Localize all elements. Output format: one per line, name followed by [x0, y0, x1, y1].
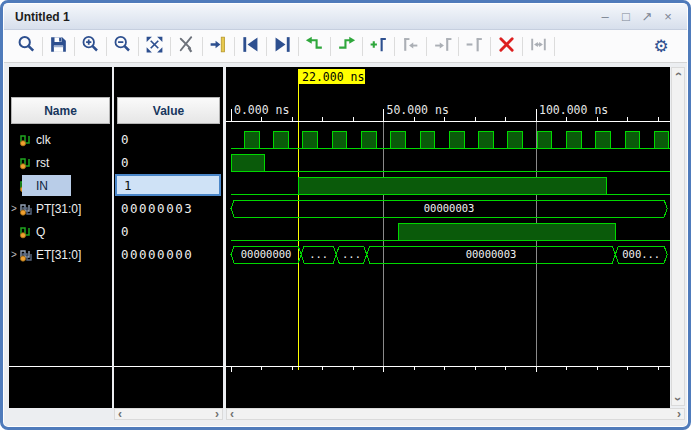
toolbar-separator [234, 37, 235, 56]
swap-cursors-button[interactable] [525, 33, 552, 59]
wave-high-segment[interactable] [332, 131, 347, 148]
toolbar-separator [138, 37, 139, 56]
wave-high-segment[interactable] [420, 131, 435, 148]
signal-value: 0 [114, 155, 130, 170]
signal-row-clk[interactable]: clk [9, 128, 112, 151]
settings-button[interactable]: ⚙ [647, 33, 675, 59]
ruler-tick-label: 100.000 ns [539, 103, 608, 117]
wave-high-segment[interactable] [298, 177, 606, 194]
toolbar-separator [298, 37, 299, 56]
scalar-signal-icon [19, 225, 33, 239]
signal-name: PT[31:0] [36, 202, 81, 216]
edge-prev-icon [304, 34, 325, 59]
signal-row-rst[interactable]: rst [9, 151, 112, 174]
signal-value-row-Q[interactable]: 0 [114, 220, 223, 243]
toolbar-separator [362, 37, 363, 56]
expander-icon[interactable]: > [9, 203, 19, 214]
scroll-right-icon[interactable]: › [212, 408, 222, 420]
zoom-in-button[interactable] [77, 33, 104, 59]
cursor-time-label: 22.000 ns [302, 70, 364, 84]
wave-high-segment[interactable] [479, 131, 494, 148]
wave-high-segment[interactable] [244, 131, 259, 148]
close-button[interactable]: × [660, 9, 676, 25]
ruler-tick-label: 0.000 ns [234, 103, 289, 117]
wave-high-segment[interactable] [654, 131, 669, 148]
bus-value-label: 000... [622, 248, 660, 260]
next-transition-button[interactable] [269, 33, 296, 59]
toolbar-separator [554, 37, 555, 56]
prev-transition-icon [240, 34, 261, 59]
remove-cursor-button[interactable] [173, 33, 200, 59]
value-horizontal-scrollbar[interactable]: ‹ › [114, 408, 223, 420]
signal-name: Q [36, 225, 45, 239]
zoom-fit-button[interactable] [141, 33, 168, 59]
signal-name: ET[31:0] [36, 248, 81, 262]
go-to-time-button[interactable] [205, 33, 232, 59]
signal-value-row-IN[interactable]: 1 [114, 174, 223, 197]
scroll-down-icon[interactable]: › [672, 394, 684, 404]
toolbar-separator [170, 37, 171, 56]
signal-name: IN [36, 179, 48, 193]
signal-value-row-PT[31:0][interactable]: 00000003 [114, 197, 223, 220]
toolbar-separator [490, 37, 491, 56]
scroll-left-icon[interactable]: ‹ [115, 408, 125, 420]
value-column-header[interactable]: Value [117, 97, 220, 124]
maximize-button[interactable]: □ [618, 9, 634, 25]
next-marker-button[interactable] [429, 33, 456, 59]
selected-value-cell[interactable]: 1 [115, 174, 221, 196]
name-column-header[interactable]: Name [11, 97, 110, 124]
wave-high-segment[interactable] [596, 131, 611, 148]
float-button[interactable]: ↗ [639, 9, 655, 25]
next-edge-button[interactable] [333, 33, 360, 59]
signal-row-Q[interactable]: Q [9, 220, 112, 243]
wave-high-segment[interactable] [537, 131, 552, 148]
wave-high-segment[interactable] [508, 131, 523, 148]
toolbar-separator [394, 37, 395, 56]
wave-high-segment[interactable] [231, 154, 265, 171]
toolbar-separator [266, 37, 267, 56]
previous-marker-button[interactable] [397, 33, 424, 59]
toolbar-separator [522, 37, 523, 56]
waveform-panel[interactable]: 0.000 ns50.000 ns100.000 ns0000000300000… [226, 67, 670, 408]
previous-edge-button[interactable] [301, 33, 328, 59]
zoom-out-button[interactable] [109, 33, 136, 59]
waveform-canvas[interactable]: 0.000 ns50.000 ns100.000 ns0000000300000… [226, 67, 670, 408]
wave-high-segment[interactable] [449, 131, 464, 148]
zoom-in-icon [80, 34, 101, 59]
signal-name: rst [36, 156, 49, 170]
find-button[interactable] [13, 33, 40, 59]
signal-value-row-rst[interactable]: 0 [114, 151, 223, 174]
wave-high-segment[interactable] [391, 131, 406, 148]
gear-icon: ⚙ [653, 36, 668, 56]
toolbar-separator [330, 37, 331, 56]
wave-horizontal-scrollbar[interactable]: ‹ › [226, 408, 685, 420]
delete-marker-button[interactable] [461, 33, 488, 59]
save-waveform-button[interactable] [45, 33, 72, 59]
delete-all-markers-button[interactable] [493, 33, 520, 59]
add-marker-button[interactable] [365, 33, 392, 59]
wave-high-segment[interactable] [625, 131, 640, 148]
signal-value-row-clk[interactable]: 0 [114, 128, 223, 151]
signal-value-row-ET[31:0][interactable]: 00000000 [114, 243, 223, 266]
zoom-fit-icon [144, 34, 165, 59]
minimize-button[interactable]: – [597, 9, 613, 25]
scroll-up-icon[interactable]: › [672, 69, 684, 79]
x-red-icon [496, 34, 517, 59]
signal-row-PT[31:0][interactable]: >PT[31:0] [9, 197, 112, 220]
wave-high-segment[interactable] [303, 131, 318, 148]
wave-vertical-scrollbar[interactable]: › › [671, 67, 685, 406]
scroll-right-icon[interactable]: › [674, 408, 684, 420]
scroll-left-icon[interactable]: ‹ [227, 408, 237, 420]
toolbar-separator [74, 37, 75, 56]
expander-icon[interactable]: > [9, 249, 19, 260]
save-icon [48, 34, 69, 59]
wave-high-segment[interactable] [567, 131, 582, 148]
signal-row-IN[interactable]: IN [9, 174, 112, 197]
toolbar-separator [458, 37, 459, 56]
wave-high-segment[interactable] [399, 223, 616, 240]
previous-transition-button[interactable] [237, 33, 264, 59]
wave-high-segment[interactable] [274, 131, 289, 148]
delete-marker-icon [464, 34, 485, 59]
wave-high-segment[interactable] [362, 131, 377, 148]
signal-row-ET[31:0][interactable]: >ET[31:0] [9, 243, 112, 266]
